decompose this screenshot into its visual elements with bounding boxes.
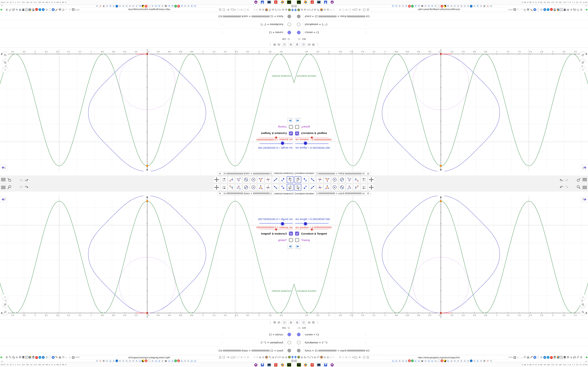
down-blue-icon[interactable]: ⌄ bbox=[39, 356, 41, 359]
tool-polygon[interactable] bbox=[257, 176, 264, 183]
tracing-checkbox[interactable] bbox=[289, 125, 293, 129]
tab-favicon-yandex[interactable]: Я bbox=[177, 359, 180, 362]
zoom-in-button[interactable] bbox=[2, 302, 8, 308]
kebab-menu-icon[interactable]: ⋮ bbox=[365, 15, 367, 18]
shield-icon[interactable] bbox=[363, 8, 365, 11]
marker-icon[interactable] bbox=[55, 8, 58, 11]
indicator-circle[interactable] bbox=[237, 8, 239, 11]
lock-icon[interactable] bbox=[219, 8, 221, 11]
taskbar-app-screenshot-tool[interactable] bbox=[316, 0, 321, 4]
arc-position-slider-handle[interactable] bbox=[311, 228, 313, 231]
gauge-icon[interactable] bbox=[275, 8, 278, 11]
taskbar-app-floppy[interactable]: 64 bbox=[323, 363, 328, 367]
tab-favicon-google[interactable]: G bbox=[171, 5, 174, 8]
kebab-menu-icon[interactable]: ⋮ bbox=[365, 349, 367, 352]
tab-favicon-globe[interactable]: ⊕ bbox=[424, 5, 427, 8]
zoom-out-button[interactable] bbox=[2, 52, 8, 58]
taskbar-app-anydesk-purple[interactable] bbox=[330, 0, 335, 4]
taskbar-app-firefox[interactable] bbox=[303, 363, 308, 367]
gear-outline-icon[interactable]: ⚙ bbox=[5, 356, 8, 359]
kebab-menu-icon[interactable]: ⋮ bbox=[221, 341, 223, 344]
arc-position-slider-handle[interactable] bbox=[275, 136, 277, 139]
kebab-menu-icon[interactable]: ⋮ bbox=[269, 43, 272, 46]
back-arrow-icon[interactable] bbox=[359, 356, 362, 359]
tab-favicon-globe[interactable]: ⊕ bbox=[434, 5, 437, 8]
tab-favicon-yandex[interactable]: Я bbox=[408, 5, 411, 8]
globe-icon[interactable]: ⊕ bbox=[304, 356, 306, 359]
tab-favicon-green-check[interactable]: ✓ bbox=[411, 359, 414, 362]
indicator-circle[interactable] bbox=[237, 356, 239, 359]
indicator-circle[interactable] bbox=[352, 356, 354, 359]
visibility-marble[interactable] bbox=[287, 31, 291, 34]
collapse-icon[interactable]: ⊟ bbox=[298, 38, 301, 41]
globe-icon[interactable]: ⊕ bbox=[314, 356, 316, 359]
collapse-icon[interactable]: ⊟ bbox=[298, 326, 301, 329]
tab-favicon-green-check[interactable]: ✓ bbox=[174, 5, 177, 8]
undo-icon[interactable]: ↶ bbox=[560, 178, 563, 182]
algebra-row-funcNames[interactable]: funcNames = {" "}⋮ bbox=[0, 339, 294, 347]
zoom-in-button[interactable] bbox=[580, 59, 586, 65]
tab-favicon-blue-dot[interactable] bbox=[470, 5, 473, 8]
translate-gray-icon[interactable]: A bbox=[513, 356, 516, 359]
forward-arrow-icon[interactable]: → bbox=[65, 8, 68, 11]
kebab-menu-icon[interactable]: ⋮ bbox=[221, 15, 223, 18]
tab-favicon-yandex[interactable]: Я bbox=[408, 359, 411, 362]
zoom-out-button[interactable] bbox=[580, 309, 586, 315]
indicator-circle[interactable] bbox=[346, 356, 347, 359]
tool-angle[interactable]: α bbox=[346, 184, 353, 191]
function-dropdown[interactable]: 1.000000000000 + cos(4.000000000000 x) ▼ bbox=[218, 192, 273, 195]
taskbar-app-firefox[interactable] bbox=[303, 0, 308, 4]
tab-favicon-google[interactable]: G bbox=[194, 5, 197, 8]
undo-icon[interactable]: ↶ bbox=[560, 185, 563, 189]
redo-icon[interactable]: ↷ bbox=[20, 185, 23, 189]
shield-round-icon[interactable] bbox=[19, 356, 21, 359]
archive-box-icon[interactable]: I bbox=[560, 356, 563, 359]
indicator-circle[interactable] bbox=[241, 8, 242, 11]
thumb-up-icon[interactable] bbox=[12, 8, 15, 11]
taskbar-app-terminal[interactable]: ■ bbox=[296, 363, 301, 367]
arc-length-slider-handle[interactable] bbox=[303, 222, 307, 226]
back-arrow-icon[interactable] bbox=[359, 8, 362, 11]
tool-move[interactable] bbox=[294, 176, 301, 183]
shield-round-icon[interactable] bbox=[567, 356, 569, 359]
tab-favicon-google[interactable]: G bbox=[417, 5, 420, 8]
tab-favicon-google[interactable]: G bbox=[395, 5, 398, 8]
gear-icon[interactable]: ⚙ bbox=[540, 356, 543, 359]
tool-reflect-about-line[interactable] bbox=[353, 176, 360, 183]
tab-favicon-globe[interactable]: ⊕ bbox=[105, 5, 109, 8]
globe-icon[interactable]: ⊕ bbox=[282, 8, 284, 11]
taskbar-app-screenshot-tool[interactable] bbox=[267, 363, 272, 367]
gauge-icon[interactable] bbox=[307, 8, 310, 11]
collapse-icon[interactable]: ⊟ bbox=[287, 326, 290, 329]
arc-length-slider-handle[interactable] bbox=[303, 141, 307, 145]
translate-blue-icon[interactable]: A bbox=[533, 8, 536, 11]
tool-slider[interactable]: a=2 bbox=[221, 176, 227, 183]
reload-icon[interactable] bbox=[523, 356, 526, 359]
curvature-tangent-checkbox[interactable] bbox=[289, 131, 293, 135]
algebra-row-curves[interactable]: curves = {}⋮ bbox=[0, 28, 294, 36]
globe-icon[interactable]: ⊕ bbox=[570, 356, 573, 359]
gear-icon[interactable]: ⚙ bbox=[45, 356, 48, 359]
redo-icon[interactable]: ↷ bbox=[20, 178, 23, 182]
graphics-stylebar-button[interactable] bbox=[0, 165, 8, 171]
visibility-marble[interactable] bbox=[287, 23, 291, 26]
kebab-menu-icon[interactable]: ⋮ bbox=[365, 23, 367, 26]
url-bar[interactable]: https://www.geogebra.org/classic/aagcxh3… bbox=[370, 8, 508, 12]
down-blue-icon[interactable]: ⌄ bbox=[547, 356, 549, 359]
tool-angle[interactable]: α bbox=[235, 176, 242, 183]
trash-icon[interactable] bbox=[553, 8, 556, 11]
algebra-row-funcNames[interactable]: funcNames = {" "}⋮ bbox=[294, 339, 588, 347]
arc-length-slider[interactable] bbox=[259, 143, 293, 144]
indicator-circle[interactable] bbox=[349, 8, 351, 11]
tab-favicon-image-yellow[interactable] bbox=[444, 359, 446, 362]
tab-favicon-globe[interactable]: ⊕ bbox=[457, 5, 459, 8]
gear-icon[interactable]: ⚙ bbox=[540, 8, 543, 11]
shield-icon[interactable] bbox=[223, 8, 225, 11]
shield-dark-icon[interactable]: U bbox=[22, 356, 25, 359]
home-button[interactable]: ⌂ bbox=[580, 294, 586, 300]
graphics-view[interactable]: -2.4-2.2-2-1.8-1.6-1.4-1.2-1-0.8-0.6-0.4… bbox=[294, 49, 588, 171]
tool-perpendicular-line[interactable] bbox=[265, 184, 271, 191]
globe-icon[interactable]: ⊕ bbox=[272, 356, 274, 359]
archive-box-icon[interactable]: I bbox=[25, 356, 28, 359]
visibility-marble[interactable] bbox=[287, 349, 291, 352]
